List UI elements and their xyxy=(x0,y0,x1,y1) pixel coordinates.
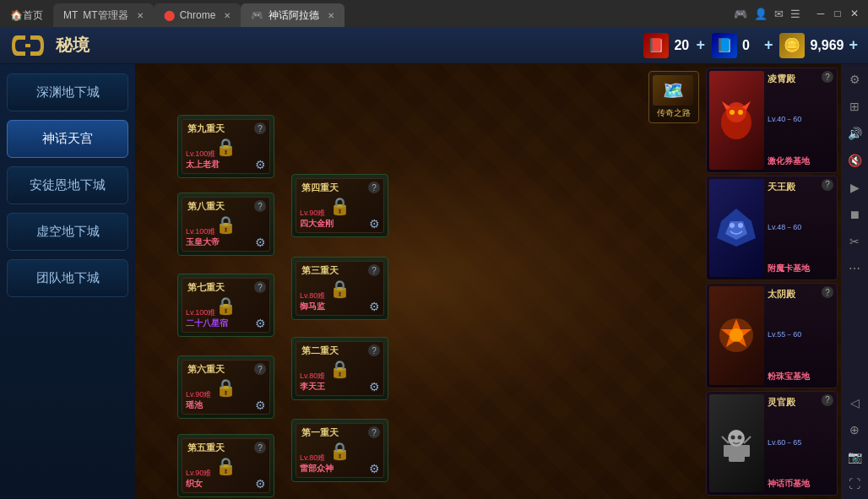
dungeon-card-inner-d2: 第八重天 ? 🔒 Lv.100难 玉皇大帝 ⚙ xyxy=(182,197,270,252)
right-card-help-rc2[interactable]: ? xyxy=(822,179,833,191)
dungeon-help-d7[interactable]: ? xyxy=(368,264,380,276)
dungeon-name-d8: 李天王 xyxy=(300,381,325,393)
right-card-help-rc4[interactable]: ? xyxy=(822,394,833,406)
dungeon-name-d9: 雷部众神 xyxy=(300,463,334,475)
dungeon-card-d1[interactable]: 第九重天 ? 🔒 Lv.100难 太上老君 ⚙ xyxy=(177,115,274,178)
dungeon-lock-d2: 🔒 xyxy=(215,214,236,235)
dungeon-gear-d8[interactable]: ⚙ xyxy=(369,380,380,393)
legendary-path-button[interactable]: 🗺️ 传奇之路 xyxy=(648,71,699,123)
tab-mt-manager[interactable]: MT MT管理器 ✕ xyxy=(53,3,154,27)
monster-svg-rc3 xyxy=(713,312,760,359)
dungeon-card-d2[interactable]: 第八重天 ? 🔒 Lv.100难 玉皇大帝 ⚙ xyxy=(177,193,274,256)
right-card-name-rc2: 附魔卡基地 xyxy=(768,263,831,274)
svg-rect-8 xyxy=(729,445,745,462)
mail-icon[interactable]: ✉ xyxy=(774,8,784,20)
tab-chrome-close[interactable]: ✕ xyxy=(224,11,231,20)
dungeon-card-d7[interactable]: 第三重天 ? 🔒 Lv.80难 御马监 ⚙ xyxy=(291,257,388,320)
sidebar-item-void[interactable]: 虚空地下城 xyxy=(7,213,128,251)
dungeon-gear-d1[interactable]: ⚙ xyxy=(255,158,266,171)
sidebar-item-antuen[interactable]: 安徒恩地下城 xyxy=(7,166,128,204)
dungeon-card-d6[interactable]: 第四重天 ? 🔒 Lv.90难 四大金刚 ⚙ xyxy=(291,174,388,237)
right-card-rc1[interactable]: 凌霄殿 Lv.40－60 激化券基地 ? xyxy=(706,68,838,173)
tab-game-close[interactable]: ✕ xyxy=(328,11,334,20)
dungeon-help-d3[interactable]: ? xyxy=(254,281,266,293)
tool-fullscreen[interactable]: ⛶ xyxy=(843,472,866,496)
close-button[interactable]: ✕ xyxy=(848,7,861,20)
dungeon-gear-d7[interactable]: ⚙ xyxy=(369,300,380,313)
resource-plus-1[interactable]: + xyxy=(696,36,705,54)
right-card-level-rc2: Lv.48－60 xyxy=(768,222,831,233)
dungeon-gear-d4[interactable]: ⚙ xyxy=(255,399,266,412)
dungeon-help-d5[interactable]: ? xyxy=(254,442,266,453)
tab-chrome-label: Chrome xyxy=(180,9,216,21)
dungeon-help-d9[interactable]: ? xyxy=(368,426,380,438)
tool-stop[interactable]: ⏹ xyxy=(843,203,866,226)
dungeon-card-inner-d1: 第九重天 ? 🔒 Lv.100难 太上老君 ⚙ xyxy=(182,119,270,174)
dungeon-card-d5[interactable]: 第五重天 ? 🔒 Lv.90难 织女 ⚙ xyxy=(177,434,274,497)
dungeon-help-d1[interactable]: ? xyxy=(254,122,266,134)
sidebar-item-team[interactable]: 团队地下城 xyxy=(7,259,128,297)
right-card-rc4[interactable]: 灵官殿 Lv.60－65 神话币基地 ? xyxy=(706,391,838,496)
menu-icon[interactable]: ☰ xyxy=(790,8,800,20)
tab-game[interactable]: 🎮 神话阿拉德 ✕ xyxy=(241,3,344,27)
sidebar-label-abyss: 深渊地下城 xyxy=(36,84,100,99)
resource-plus-2[interactable]: + xyxy=(764,36,773,54)
right-card-level-rc4: Lv.60－65 xyxy=(768,437,831,448)
dungeon-title-d1: 第九重天 xyxy=(187,122,225,135)
dungeon-help-d8[interactable]: ? xyxy=(368,344,380,356)
legendary-path-icon: 🗺️ xyxy=(653,75,693,106)
gamepad-icon[interactable]: 🎮 xyxy=(734,8,747,20)
dungeon-card-d8[interactable]: 第二重天 ? 🔒 Lv.80难 李天王 ⚙ xyxy=(291,337,388,400)
dungeon-card-inner-d9: 第一重天 ? 🔒 Lv.80难 雷部众神 ⚙ xyxy=(296,423,384,478)
dungeon-help-d6[interactable]: ? xyxy=(368,182,380,193)
tab-chrome[interactable]: ⬤ Chrome ✕ xyxy=(154,3,241,27)
dungeon-lock-d4: 🔒 xyxy=(215,377,236,398)
tool-expand[interactable]: ⊕ xyxy=(843,418,866,442)
tool-grid[interactable]: ⊞ xyxy=(843,95,866,118)
tool-mute[interactable]: 🔇 xyxy=(843,149,866,172)
tool-scissors[interactable]: ✂ xyxy=(843,230,866,253)
svg-point-5 xyxy=(738,223,743,228)
svg-point-1 xyxy=(726,102,746,122)
svg-rect-10 xyxy=(724,445,730,457)
dungeon-lock-d8: 🔒 xyxy=(329,359,350,379)
titlebar-extra-icons: 🎮 👤 ✉ ☰ xyxy=(727,8,807,20)
tool-back[interactable]: ◁ xyxy=(843,391,866,415)
dungeon-lock-d3: 🔒 xyxy=(215,296,236,316)
sidebar-item-myth[interactable]: 神话天宫 xyxy=(7,120,128,158)
dungeon-gear-d9[interactable]: ⚙ xyxy=(369,462,380,475)
right-card-help-rc1[interactable]: ? xyxy=(822,71,833,83)
tool-play[interactable]: ▶ xyxy=(843,176,866,199)
dungeon-card-d9[interactable]: 第一重天 ? 🔒 Lv.80难 雷部众神 ⚙ xyxy=(291,419,388,482)
tool-screenshot[interactable]: 📷 xyxy=(843,445,866,469)
tab-mt-label: MT管理器 xyxy=(83,8,127,23)
dungeon-help-d2[interactable]: ? xyxy=(254,200,266,212)
dungeon-gear-d6[interactable]: ⚙ xyxy=(369,217,380,231)
right-card-rc3[interactable]: 太阴殿 Lv.55－60 粉珠宝基地 ? xyxy=(706,283,838,388)
dungeon-name-d2: 玉皇大帝 xyxy=(186,236,220,248)
dungeon-card-inner-d4: 第六重天 ? 🔒 Lv.90难 瑶池 ⚙ xyxy=(182,360,270,415)
dungeon-gear-d2[interactable]: ⚙ xyxy=(255,236,266,249)
dungeon-card-d4[interactable]: 第六重天 ? 🔒 Lv.90难 瑶池 ⚙ xyxy=(177,355,274,419)
dungeon-gear-d3[interactable]: ⚙ xyxy=(255,317,266,330)
right-card-help-rc3[interactable]: ? xyxy=(822,286,833,298)
sidebar-item-abyss[interactable]: 深渊地下城 xyxy=(7,73,128,111)
tool-settings[interactable]: ⚙ xyxy=(843,68,866,91)
tool-volume[interactable]: 🔊 xyxy=(843,122,866,145)
user-icon[interactable]: 👤 xyxy=(754,8,768,20)
game-icon: 🎮 xyxy=(251,9,263,21)
dungeon-gear-d5[interactable]: ⚙ xyxy=(255,477,266,491)
tab-home[interactable]: 🏠 首页 xyxy=(0,3,53,27)
mt-icon: MT xyxy=(63,9,78,21)
dungeon-help-d4[interactable]: ? xyxy=(254,363,266,375)
right-card-info-rc4: 灵官殿 Lv.60－65 神话币基地 xyxy=(764,394,834,493)
dungeon-card-d3[interactable]: 第七重天 ? 🔒 Lv.100难 二十八星宿 ⚙ xyxy=(177,274,274,337)
dungeon-lock-d7: 🔒 xyxy=(329,279,350,299)
tool-more[interactable]: ⋯ xyxy=(843,257,866,280)
tab-mt-close[interactable]: ✕ xyxy=(137,11,144,20)
resource-plus-3[interactable]: + xyxy=(849,36,858,54)
right-card-rc2[interactable]: 天王殿 Lv.48－60 附魔卡基地 ? xyxy=(706,176,838,281)
minimize-button[interactable]: ─ xyxy=(814,7,827,20)
titlebar: 🏠 首页 MT MT管理器 ✕ ⬤ Chrome ✕ 🎮 神话阿拉德 ✕ 🎮 👤… xyxy=(0,0,868,27)
maximize-button[interactable]: □ xyxy=(831,7,844,20)
